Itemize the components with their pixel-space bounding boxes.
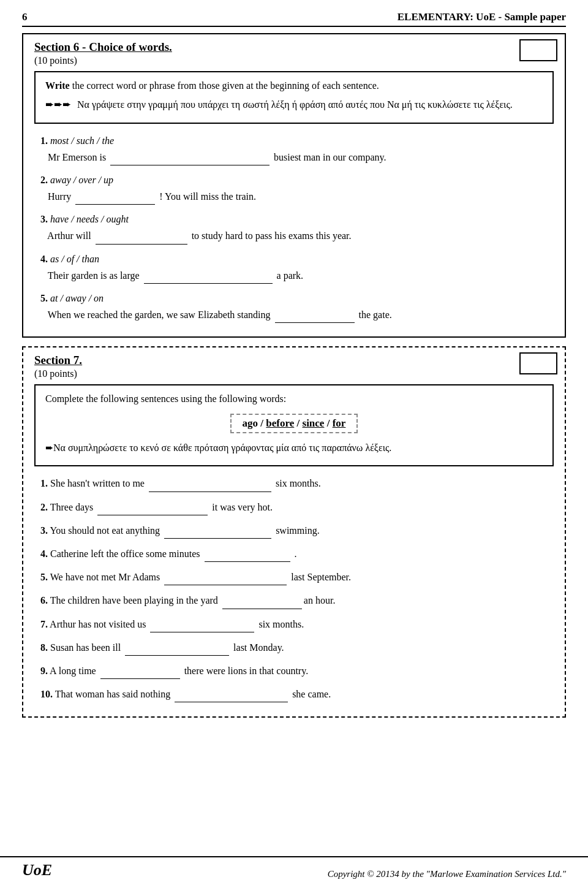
footer-copyright: Copyright © 20134 by the "Marlowe Examin…: [328, 869, 566, 879]
word-before: before: [266, 417, 294, 429]
blank-s7q9[interactable]: [100, 678, 180, 679]
page-header: 6 ELEMENTARY: UoE - Sample paper: [22, 11, 566, 27]
footer: UoE Copyright © 20134 by the "Marlowe Ex…: [0, 856, 588, 879]
section7-heading-row: Section 7. (10 points): [34, 354, 554, 384]
word-ago: ago: [243, 417, 258, 429]
score-box-section7: [519, 352, 557, 374]
blank-s7q1[interactable]: [149, 491, 271, 492]
section7-points: (10 points): [34, 368, 82, 379]
section7-instruction-main: Complete the following sentences using t…: [45, 392, 543, 406]
blank-s7q4[interactable]: [205, 561, 290, 562]
section7-words-box: ago / before / since / for: [230, 414, 358, 433]
section6-points: (10 points): [34, 55, 554, 66]
section7-q1: 1. She hasn't written to me six months.: [40, 475, 548, 491]
section6-q5: 5. at / away / on When we reached the ga…: [40, 290, 548, 323]
section7-q9: 9. A long time there were lions in that …: [40, 662, 548, 679]
footer-logo: UoE: [22, 861, 52, 879]
section7-q3: 3. You should not eat anything swimming.: [40, 522, 548, 539]
section6-q2: 2. away / over / up Hurry ! You will mis…: [40, 172, 548, 205]
section7-q2: 2. Three days it was very hot.: [40, 499, 548, 515]
section6-instruction-main: Write the correct word or phrase from th…: [45, 78, 543, 93]
blank-s7q2[interactable]: [97, 515, 208, 515]
section6-instructions: Write the correct word or phrase from th…: [34, 71, 554, 124]
blank-s6q1[interactable]: [110, 165, 270, 165]
blank-s6q3[interactable]: [96, 244, 187, 245]
section7-heading: Section 7.: [34, 354, 82, 367]
page: 6 ELEMENTARY: UoE - Sample paper Section…: [0, 0, 588, 888]
blank-s7q5[interactable]: [164, 585, 287, 585]
section6-block: Section 6 - Choice of words. (10 points)…: [22, 33, 566, 338]
section6-q4: 4. as / of / than Their garden is as lar…: [40, 251, 548, 284]
blank-s6q4[interactable]: [144, 283, 273, 284]
blank-s6q2[interactable]: [75, 204, 155, 205]
blank-s7q3[interactable]: [164, 538, 271, 539]
blank-s7q6[interactable]: [222, 609, 302, 609]
page-number: 6: [22, 11, 28, 23]
blank-s6q5[interactable]: [275, 322, 355, 323]
blank-s7q10[interactable]: [175, 702, 288, 702]
section7-block: Section 7. (10 points) Complete the foll…: [22, 346, 566, 718]
section7-instructions: Complete the following sentences using t…: [34, 384, 554, 466]
section7-words-container: ago / before / since / for: [45, 410, 543, 437]
section6-heading: Section 6 - Choice of words.: [34, 40, 554, 54]
section6-q1: 1. most / such / the Mr Emerson is busie…: [40, 132, 548, 165]
blank-s7q8[interactable]: [125, 655, 229, 656]
word-for: for: [333, 417, 346, 429]
score-box-section6: [519, 39, 557, 61]
section6-q3: 3. have / needs / ought Arthur will to s…: [40, 211, 548, 244]
section6-questions: 1. most / such / the Mr Emerson is busie…: [34, 132, 554, 324]
blank-s7q7[interactable]: [150, 632, 254, 632]
section6-instruction-greek: ➨➨➨ Να γράψετε στην γραμμή που υπάρχει τ…: [45, 97, 543, 113]
section7-q4: 4. Catherine left the office some minute…: [40, 545, 548, 562]
section7-q10: 10. That woman has said nothing she came…: [40, 686, 548, 702]
page-title: ELEMENTARY: UoE - Sample paper: [398, 11, 566, 23]
section7-questions: 1. She hasn't written to me six months. …: [34, 475, 554, 702]
word-since: since: [303, 417, 325, 429]
section7-q6: 6. The children have been playing in the…: [40, 592, 548, 609]
section7-q5: 5. We have not met Mr Adams last Septemb…: [40, 569, 548, 585]
arrows-icon: ➨➨➨: [45, 99, 71, 110]
section7-q7: 7. Arthur has not visited us six months.: [40, 616, 548, 632]
section7-q8: 8. Susan has been ill last Monday.: [40, 639, 548, 656]
section7-instruction-greek: ➨Να συμπληρώσετε το κενό σε κάθε πρόταση…: [45, 441, 543, 455]
